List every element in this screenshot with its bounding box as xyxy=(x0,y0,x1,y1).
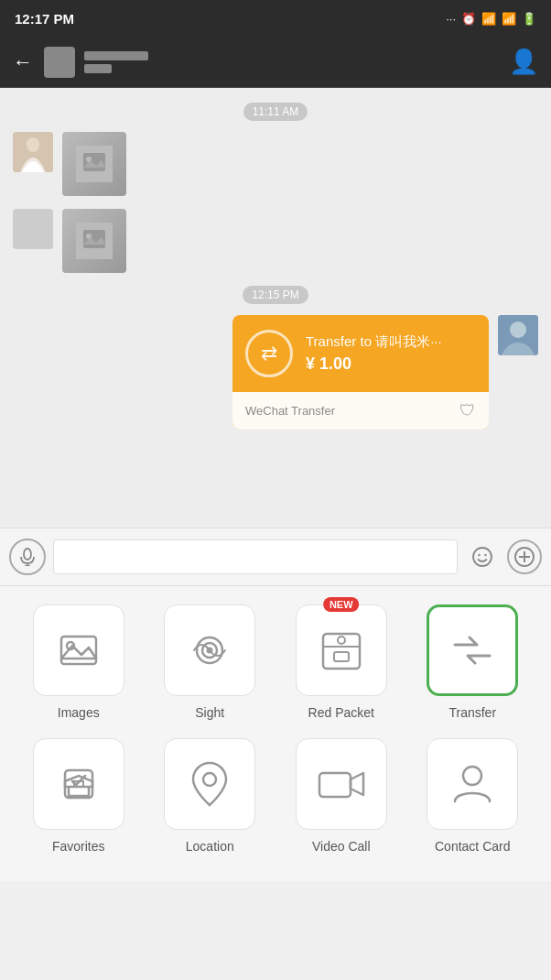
contact-card-icon xyxy=(449,759,495,809)
avatar-bride xyxy=(13,132,53,172)
images-icon xyxy=(56,627,102,673)
grid-row-2: Favorites Location Video Call xyxy=(13,738,538,854)
battery-icon: 🔋 xyxy=(522,12,536,26)
grid-item-video-call[interactable]: Video Call xyxy=(282,738,401,854)
svg-point-1 xyxy=(27,137,39,152)
contact-name-placeholder xyxy=(84,51,148,60)
status-time: 12:17 PM xyxy=(15,11,74,27)
svg-point-9 xyxy=(510,321,526,338)
signal-dots-icon: ··· xyxy=(446,12,456,26)
sight-icon xyxy=(185,626,234,675)
timestamp-1: 11:11 AM xyxy=(13,103,538,119)
avatar-person-left xyxy=(13,209,53,249)
location-icon xyxy=(189,759,230,809)
voice-button[interactable] xyxy=(9,539,46,575)
transfer-icon xyxy=(448,632,497,669)
svg-point-10 xyxy=(24,549,31,560)
image-placeholder-2-svg xyxy=(76,223,113,259)
transfer-title: Transfer to 请叫我米··· xyxy=(306,333,442,351)
location-icon-box xyxy=(164,738,255,830)
contact-card-icon-box xyxy=(427,738,518,830)
video-call-icon xyxy=(316,764,367,804)
message-transfer: ⇄ Transfer to 请叫我米··· ¥ 1.00 WeChat Tran… xyxy=(13,315,538,430)
contact-avatar xyxy=(44,47,75,78)
transfer-bubble[interactable]: ⇄ Transfer to 请叫我米··· ¥ 1.00 WeChat Tran… xyxy=(232,315,489,430)
emoji-button[interactable] xyxy=(465,539,500,574)
timestamp-2: 12:15 PM xyxy=(13,286,538,302)
transfer-label: WeChat Transfer xyxy=(245,404,335,418)
sight-label: Sight xyxy=(195,705,224,720)
image-content-2 xyxy=(62,209,126,273)
grid-panel: Images Sight NEW xyxy=(0,586,551,881)
location-label: Location xyxy=(186,839,234,854)
message-left-2 xyxy=(13,209,538,273)
status-bar: 12:17 PM ··· ⏰ 📶 📶 🔋 xyxy=(0,0,551,37)
video-call-label: Video Call xyxy=(312,839,371,854)
grid-item-sight[interactable]: Sight xyxy=(150,604,269,720)
video-call-icon-box xyxy=(296,738,387,830)
bride-avatar-img xyxy=(13,132,53,172)
svg-point-30 xyxy=(463,767,481,785)
avatar-right-inner xyxy=(498,315,538,355)
red-packet-icon xyxy=(319,625,364,676)
transfer-top: ⇄ Transfer to 请叫我米··· ¥ 1.00 xyxy=(232,315,489,392)
transfer-circle-icon: ⇄ xyxy=(245,330,293,377)
contact-info xyxy=(44,47,509,78)
grid-item-red-packet[interactable]: NEW Red Packet xyxy=(282,604,401,720)
transfer-label-grid: Transfer xyxy=(448,705,496,720)
contact-name-area xyxy=(84,51,148,73)
message-left-1 xyxy=(13,132,538,196)
add-icon xyxy=(514,547,535,567)
svg-point-28 xyxy=(203,773,216,786)
svg-point-14 xyxy=(478,554,480,556)
transfer-text-area: Transfer to 请叫我米··· ¥ 1.00 xyxy=(306,333,442,374)
status-icons: ··· ⏰ 📶 📶 🔋 xyxy=(446,12,536,26)
bride-svg xyxy=(13,132,53,172)
favorites-icon xyxy=(56,761,102,807)
image-content xyxy=(62,132,126,196)
image-bubble[interactable] xyxy=(62,132,126,196)
add-button[interactable] xyxy=(507,539,542,574)
profile-button[interactable]: 👤 xyxy=(509,48,538,76)
svg-point-25 xyxy=(338,637,345,644)
grid-item-transfer[interactable]: Transfer xyxy=(413,604,532,720)
voice-icon xyxy=(18,548,37,566)
images-icon-box xyxy=(33,604,124,696)
grid-item-contact-card[interactable]: Contact Card xyxy=(413,738,532,854)
signal-icon: 📶 xyxy=(502,12,516,26)
svg-point-13 xyxy=(473,548,492,566)
sight-icon-box xyxy=(164,604,255,696)
avatar-right xyxy=(498,315,538,355)
images-label: Images xyxy=(58,705,100,720)
grid-item-images[interactable]: Images xyxy=(19,604,138,720)
user-avatar-svg xyxy=(498,315,538,355)
image-bubble-2[interactable] xyxy=(62,209,126,273)
back-button[interactable]: ← xyxy=(13,50,33,74)
contact-sub-placeholder xyxy=(84,64,112,73)
shield-icon: 🛡 xyxy=(459,401,476,420)
favorites-icon-box xyxy=(33,738,124,830)
svg-rect-26 xyxy=(334,652,349,661)
transfer-bottom: WeChat Transfer 🛡 xyxy=(232,392,489,430)
svg-point-15 xyxy=(484,554,486,556)
grid-item-location[interactable]: Location xyxy=(150,738,269,854)
grid-row-1: Images Sight NEW xyxy=(13,604,538,720)
chat-area: 11:11 AM xyxy=(0,88,551,528)
wifi-icon: 📶 xyxy=(481,12,496,26)
grid-item-favorites[interactable]: Favorites xyxy=(19,738,138,854)
alarm-icon: ⏰ xyxy=(461,12,476,26)
image-placeholder-svg xyxy=(76,146,113,182)
new-badge-red-packet: NEW xyxy=(323,597,360,612)
message-input[interactable] xyxy=(53,539,458,574)
favorites-label: Favorites xyxy=(52,839,105,854)
red-packet-label: Red Packet xyxy=(308,705,374,720)
input-area xyxy=(0,528,551,586)
transfer-arrows-icon: ⇄ xyxy=(261,342,277,365)
transfer-icon-box xyxy=(427,604,518,696)
top-bar: ← 👤 xyxy=(0,37,551,88)
contact-card-label: Contact Card xyxy=(435,839,510,854)
svg-rect-29 xyxy=(319,773,351,797)
emoji-icon xyxy=(471,546,493,568)
red-packet-icon-box xyxy=(296,604,387,696)
transfer-amount: ¥ 1.00 xyxy=(306,354,442,374)
